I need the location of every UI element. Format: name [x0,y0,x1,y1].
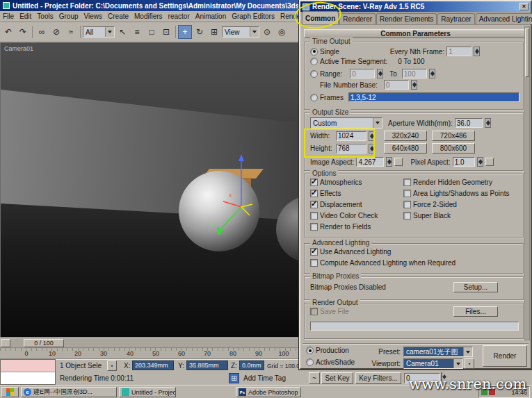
chevron-down-icon[interactable] [105,27,114,37]
menu-file[interactable]: File [0,13,17,20]
add-time-tag[interactable]: Add Time Tag [243,374,286,382]
viewport-lock-icon[interactable]: ▪ [465,358,474,369]
redo-icon[interactable]: ↷ [16,25,30,39]
atmospherics-checkbox[interactable] [310,179,318,186]
listener-macro-line[interactable] [1,360,55,372]
scrollbar-thumb[interactable] [525,28,529,77]
width-spinner[interactable] [369,131,375,141]
menu-tools[interactable]: Tools [34,13,56,20]
file-number-base-field[interactable]: 0 [384,80,409,90]
z-coordinate-field[interactable]: 0.0mm [239,360,264,370]
pixel-aspect-field[interactable]: 1.0 [453,157,475,167]
pixel-aspect-lock-button[interactable] [485,158,494,166]
viewport-label[interactable]: Camera01 [4,45,33,52]
pixel-aspect-spinner[interactable] [477,157,483,167]
maxscript-mini-listener[interactable] [0,359,56,385]
reference-coordinate-dropdown[interactable]: View [222,26,259,38]
select-and-link-icon[interactable]: ∞ [35,25,49,39]
output-size-preset-dropdown[interactable]: Custom [310,117,382,128]
selection-lock-icon[interactable]: ▪ [107,360,117,371]
menu-graph-editors[interactable]: Graph Editors [229,13,277,20]
select-by-name-icon[interactable]: ≡ [130,25,144,39]
area-lights-as-points-checkbox[interactable] [403,190,411,197]
gizmo-x-axis[interactable] [223,201,241,207]
dialog-scrollbar[interactable] [524,26,530,340]
chevron-down-icon[interactable] [373,118,382,128]
use-pivot-center-icon[interactable]: ⊙ [260,25,274,39]
tab-renderer[interactable]: Renderer [339,13,376,24]
listener-output-line[interactable] [1,372,55,384]
tab-raytracer[interactable]: Raytracer [437,13,474,24]
window-crossing-icon[interactable]: ⊡ [159,25,173,39]
image-aspect-spinner[interactable] [386,157,392,167]
render-hidden-geometry-checkbox[interactable] [403,179,411,186]
time-slider-left-button[interactable] [1,339,10,347]
y-coordinate-field[interactable]: 35.885mm [186,360,228,370]
rectangular-selection-region-icon[interactable]: □ [145,25,159,39]
menu-modifiers[interactable]: Modifiers [131,13,166,20]
preset-dropdown[interactable]: camera01光子图 [403,347,473,357]
use-advanced-lighting-checkbox[interactable] [310,248,318,256]
select-and-scale-icon[interactable]: ⊞ [207,25,221,39]
production-radio[interactable] [306,347,314,354]
time-slider-track[interactable]: 0 / 100 [0,338,299,348]
range-from-field[interactable]: 0 [350,69,375,78]
dialog-titlebar[interactable]: Render Scene: V-Ray Adv 1.5 RC5 × [300,1,531,12]
compute-advanced-lighting-checkbox[interactable] [310,259,318,267]
render-button[interactable]: Render [483,345,527,367]
select-and-manipulate-icon[interactable]: ◎ [275,25,289,39]
selection-filter-dropdown[interactable]: All [83,26,115,38]
menu-group[interactable]: Group [56,13,81,20]
bitmap-proxies-setup-button[interactable]: Setup... [453,282,498,292]
image-aspect-field[interactable]: 4.267 [356,157,384,167]
x-coordinate-field[interactable]: 203.349mm [132,360,174,370]
chevron-down-icon[interactable] [463,347,472,356]
time-tag-grid-icon[interactable]: ⊞ [229,373,239,383]
tab-advanced-lighting[interactable]: Advanced Lighting [476,13,532,24]
unlink-selection-icon[interactable]: ⊘ [49,25,63,39]
resolution-800x600-button[interactable]: 800x600 [432,143,475,154]
bind-to-space-warp-icon[interactable]: ≈ [64,25,78,39]
super-black-checkbox[interactable] [403,212,411,219]
height-spinner[interactable] [369,144,375,154]
taskbar-item-photoshop[interactable]: PsAdobe Photoshop [236,387,301,397]
save-file-checkbox[interactable] [310,308,318,315]
width-field[interactable]: 1024 [336,131,366,141]
frames-field[interactable]: 1,3,5-12 [348,92,519,102]
chevron-down-icon[interactable] [453,359,462,368]
menu-animation[interactable]: Animation [193,13,229,20]
transform-gizmo[interactable]: x y [209,153,276,243]
taskbar-item-3dsmax[interactable]: Untitled - Project... [119,387,176,397]
viewport[interactable]: Camera01 x y [0,42,299,338]
gizmo-y-axis[interactable] [219,207,241,231]
key-filters-button[interactable]: Key Filters... [355,372,401,384]
close-icon[interactable]: × [519,3,529,10]
displacement-checkbox[interactable] [310,201,318,208]
viewport-dropdown[interactable]: Camera01 [403,358,463,369]
range-from-spinner[interactable] [377,69,383,78]
force-2-sided-checkbox[interactable] [403,201,411,208]
effects-checkbox[interactable] [310,190,318,197]
render-output-path-field[interactable] [310,322,519,331]
gizmo-plane-handle[interactable] [241,204,252,215]
select-and-rotate-icon[interactable]: ↻ [193,25,207,39]
resolution-320x240-button[interactable]: 320x240 [384,131,427,141]
single-radio[interactable] [310,48,318,56]
active-time-segment-radio[interactable] [310,58,318,65]
render-to-fields-checkbox[interactable] [310,223,318,231]
render-output-files-button[interactable]: Files... [453,306,498,317]
aperture-width-spinner[interactable] [485,118,491,128]
file-number-base-spinner[interactable] [411,80,417,90]
time-slider-handle[interactable]: 0 / 100 [24,339,64,347]
taskbar-item-browser[interactable]: e建E网--中国原创3D... [21,387,117,397]
every-nth-frame-spinner[interactable] [474,47,480,56]
set-key-button[interactable]: Set Key [321,372,353,384]
tab-render-elements[interactable]: Render Elements [376,13,437,24]
select-object-icon[interactable]: ↖ [115,25,129,39]
menu-reactor[interactable]: reactor [166,13,193,20]
image-aspect-lock-button[interactable] [394,158,403,166]
height-field[interactable]: 768 [336,144,366,154]
frames-radio[interactable] [310,94,318,101]
every-nth-frame-field[interactable]: 1 [446,47,471,56]
aperture-width-field[interactable]: 36.0 [455,118,483,128]
